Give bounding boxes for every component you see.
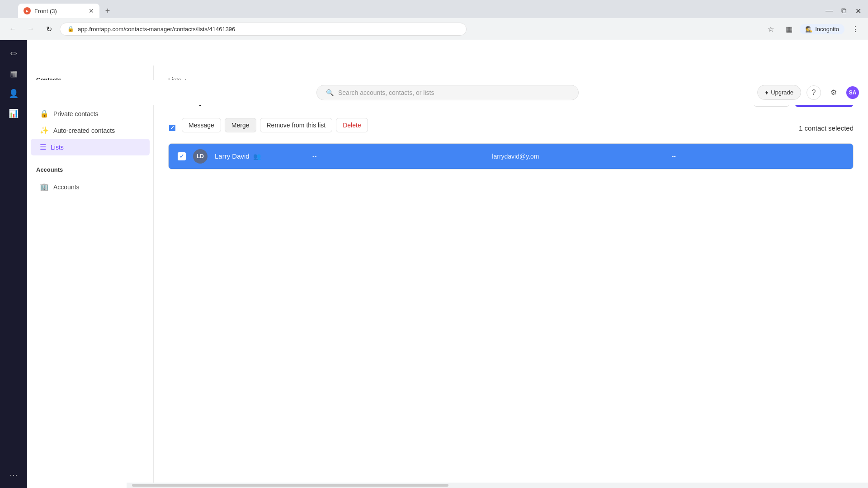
table-row[interactable]: LD Larry David 👥 -- larrydavid@y.om --: [169, 144, 853, 169]
contact-checkbox[interactable]: [178, 152, 186, 160]
avatar-initials: LD: [197, 153, 204, 160]
url-text: app.frontapp.com/contacts-manager/contac…: [78, 26, 235, 33]
upgrade-diamond-icon: ♦: [765, 89, 768, 96]
bookmark-icon[interactable]: ☆: [764, 22, 778, 36]
sidebar-label-lists: Lists: [51, 144, 64, 151]
merge-button[interactable]: Merge: [225, 118, 256, 132]
accounts-icon: 🏢: [40, 183, 49, 191]
contact-col4: --: [672, 153, 844, 160]
maximize-button[interactable]: ⧉: [837, 5, 850, 17]
message-button[interactable]: Message: [182, 118, 221, 132]
search-right-actions: ♦ Upgrade ? ⚙ SA: [757, 85, 859, 100]
tab-favicon: [24, 7, 31, 14]
compose-icon[interactable]: ✏: [5, 46, 22, 62]
global-search-bar[interactable]: 🔍 Search accounts, contacts, or lists: [316, 85, 579, 100]
incognito-icon: 🕵: [805, 26, 812, 33]
top-search-area: 🔍 Search accounts, contacts, or lists ♦ …: [27, 80, 868, 105]
scrollbar-thumb[interactable]: [132, 484, 448, 487]
contact-name-cell: Larry David 👥: [215, 152, 305, 160]
action-buttons: Message Merge Remove from this list Dele…: [182, 118, 368, 132]
search-icon: 🔍: [326, 89, 334, 96]
selection-toolbar: Message Merge Remove from this list Dele…: [168, 118, 854, 138]
contact-avatar: LD: [193, 149, 208, 164]
private-contacts-icon: 🔒: [40, 109, 49, 118]
help-button[interactable]: ?: [807, 85, 821, 100]
forward-button[interactable]: →: [24, 22, 38, 36]
accounts-section-title: Accounts: [27, 163, 153, 177]
browser-tab[interactable]: Front (3) ✕: [18, 4, 99, 18]
browser-sidebar-icon[interactable]: ▦: [782, 22, 796, 36]
contact-name-text: Larry David: [215, 152, 250, 160]
contact-shared-icon: 👥: [253, 153, 261, 160]
tab-title: Front (3): [34, 8, 57, 14]
sidebar-item-accounts[interactable]: 🏢 Accounts: [31, 178, 150, 195]
analytics-icon[interactable]: 📊: [5, 105, 22, 122]
sidebar-item-auto-created[interactable]: ✨ Auto-created contacts: [31, 122, 150, 139]
lists-icon: ☰: [40, 143, 46, 151]
browser-more-icon[interactable]: ⋮: [848, 22, 863, 36]
more-apps-icon[interactable]: ⋯: [5, 467, 22, 483]
new-tab-button[interactable]: +: [101, 5, 114, 17]
sidebar-label-accounts: Accounts: [53, 183, 80, 191]
upgrade-button[interactable]: ♦ Upgrade: [757, 85, 801, 100]
sidebar-label-private-contacts: Private contacts: [53, 110, 99, 117]
minimize-button[interactable]: —: [823, 5, 835, 17]
reload-button[interactable]: ↻: [42, 22, 56, 36]
remove-from-list-button[interactable]: Remove from this list: [260, 118, 333, 132]
calendar-icon[interactable]: ▦: [5, 66, 22, 82]
delete-button[interactable]: Delete: [336, 118, 368, 132]
incognito-indicator: 🕵 Incognito: [800, 24, 844, 34]
sidebar-item-lists[interactable]: ☰ Lists: [31, 139, 150, 155]
close-window-button[interactable]: ✕: [852, 5, 864, 17]
auto-created-icon: ✨: [40, 126, 49, 135]
tab-close-button[interactable]: ✕: [89, 7, 94, 14]
contact-list: LD Larry David 👥 -- larrydavid@y.om --: [168, 143, 854, 169]
address-bar[interactable]: 🔒 app.frontapp.com/contacts-manager/cont…: [60, 23, 467, 36]
contact-col2: --: [312, 153, 485, 160]
contact-email: larrydavid@y.om: [492, 153, 664, 160]
avatar[interactable]: SA: [846, 86, 859, 99]
selected-count-label: 1 contact selected: [799, 124, 854, 132]
settings-button[interactable]: ⚙: [826, 85, 841, 100]
horizontal-scrollbar[interactable]: [127, 483, 868, 488]
contacts-nav-icon[interactable]: 👤: [5, 85, 22, 102]
lock-icon: 🔒: [67, 26, 74, 32]
sidebar-label-auto-created: Auto-created contacts: [53, 127, 115, 134]
search-placeholder: Search accounts, contacts, or lists: [338, 89, 434, 96]
back-button[interactable]: ←: [5, 22, 20, 36]
main-content: Lists › Group A 👥 (1 contact) Edit list …: [154, 66, 868, 488]
master-checkbox[interactable]: [168, 124, 176, 132]
sidebar: Contacts 👥 Shared contacts 🔒 Private con…: [27, 66, 154, 488]
upgrade-label: Upgrade: [771, 89, 793, 96]
incognito-label: Incognito: [815, 26, 839, 33]
sidebar-item-private-contacts[interactable]: 🔒 Private contacts: [31, 105, 150, 122]
app-toolbar: ✏ ▦ 👤 📊 ⋯: [0, 40, 27, 488]
